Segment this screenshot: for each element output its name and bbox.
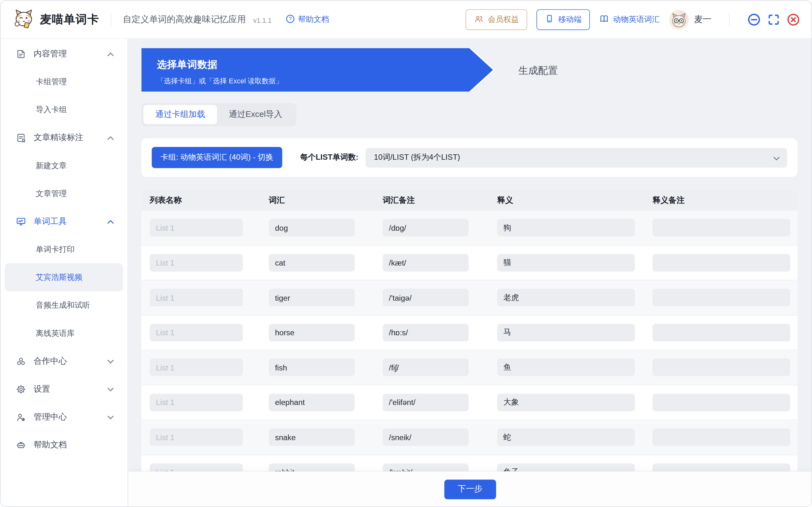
main-content: 选择单词数据 「选择卡组」或「选择 Excel 读取数据」 生成配置 通过卡组加… bbox=[129, 39, 811, 506]
tab-load-from-deck[interactable]: 通过卡组加载 bbox=[143, 105, 217, 124]
minimize-button[interactable] bbox=[747, 13, 761, 26]
list-name-input[interactable] bbox=[150, 394, 243, 411]
table-row bbox=[142, 315, 798, 350]
app-logo-cat-icon bbox=[13, 8, 35, 32]
word-note-input[interactable] bbox=[383, 219, 469, 237]
user-avatar bbox=[669, 9, 689, 29]
sidebar-item-flashcard-print[interactable]: 单词卡打印 bbox=[5, 235, 123, 263]
step1-subtitle: 「选择卡组」或「选择 Excel 读取数据」 bbox=[157, 77, 493, 86]
word-input[interactable] bbox=[269, 289, 355, 306]
fullscreen-button[interactable] bbox=[768, 13, 780, 26]
user-profile[interactable]: 麦一 bbox=[669, 9, 711, 29]
list-size-select[interactable]: 10词/LIST (拆为4个LIST) bbox=[366, 148, 787, 167]
next-step-button[interactable]: 下一步 bbox=[444, 480, 496, 499]
list-size-label: 每个LIST单词数: bbox=[300, 153, 358, 163]
list-name-input[interactable] bbox=[150, 254, 243, 272]
sidebar-item-ebbinghaus-video[interactable]: 艾宾浩斯视频 bbox=[5, 263, 123, 291]
sidebar-item-offline-english-library[interactable]: 离线英语库 bbox=[5, 319, 123, 347]
word-input[interactable] bbox=[269, 254, 355, 272]
sidebar-item-article-management[interactable]: 文章管理 bbox=[5, 180, 123, 208]
chevron-down-icon bbox=[107, 384, 114, 394]
tab-import-excel[interactable]: 通过Excel导入 bbox=[217, 105, 294, 124]
column-header: 词汇 bbox=[260, 195, 374, 206]
list-name-input[interactable] bbox=[150, 324, 243, 342]
sidebar-item-article-annotation[interactable]: 文章精读标注 bbox=[5, 124, 123, 152]
sidebar: 内容管理 卡组管理 导入卡组 文章精读标注 新建文章 文章管理 bbox=[1, 39, 128, 506]
list-name-input[interactable] bbox=[150, 289, 243, 306]
word-note-input[interactable] bbox=[383, 289, 469, 306]
column-header: 词汇备注 bbox=[374, 195, 489, 206]
sidebar-item-cooperation-center[interactable]: 合作中心 bbox=[5, 347, 123, 375]
word-input[interactable] bbox=[269, 219, 355, 237]
sidebar-item-import-deck[interactable]: 导入卡组 bbox=[5, 96, 123, 124]
meaning-input[interactable] bbox=[497, 394, 635, 411]
phone-icon bbox=[545, 14, 554, 25]
list-name-input[interactable] bbox=[150, 359, 243, 377]
table-row bbox=[142, 385, 798, 420]
table-header-row: 列表名称 词汇 词汇备注 释义 释义备注 bbox=[142, 190, 798, 210]
book-icon bbox=[599, 14, 609, 25]
robot-icon bbox=[15, 439, 26, 451]
sidebar-item-help-docs[interactable]: 帮助文档 bbox=[5, 431, 123, 459]
document-bookmark-icon bbox=[15, 132, 26, 143]
word-note-input[interactable] bbox=[383, 324, 469, 342]
word-input[interactable] bbox=[269, 429, 355, 446]
meaning-note-input[interactable] bbox=[653, 219, 790, 237]
list-name-input[interactable] bbox=[150, 429, 243, 446]
column-header: 列表名称 bbox=[142, 195, 261, 206]
meaning-input[interactable] bbox=[497, 254, 635, 272]
word-note-input[interactable] bbox=[383, 254, 469, 272]
app-subtitle: 自定义单词的高效趣味记忆应用 bbox=[123, 13, 246, 25]
step2-title: 生成配置 bbox=[518, 64, 558, 77]
word-input[interactable] bbox=[269, 359, 355, 377]
chevron-up-icon bbox=[107, 133, 114, 142]
sidebar-item-new-article[interactable]: 新建文章 bbox=[5, 152, 123, 179]
close-button[interactable] bbox=[786, 13, 800, 26]
deck-config-card: 卡组: 动物英语词汇 (40词) - 切换 每个LIST单词数: 10词/LIS… bbox=[142, 138, 798, 177]
list-name-input[interactable] bbox=[150, 219, 243, 237]
app-window: 麦喵单词卡 自定义单词的高效趣味记忆应用 v1.1.1 ? 帮助文档 会员权益 bbox=[0, 0, 812, 507]
meaning-note-input[interactable] bbox=[653, 324, 790, 342]
meaning-note-input[interactable] bbox=[653, 429, 790, 446]
chevron-up-icon bbox=[107, 49, 114, 58]
meaning-note-input[interactable] bbox=[653, 394, 790, 411]
member-benefits-button[interactable]: 会员权益 bbox=[466, 9, 527, 30]
mobile-app-button[interactable]: 移动端 bbox=[537, 9, 590, 30]
word-note-input[interactable] bbox=[383, 429, 469, 446]
gear-icon bbox=[15, 383, 26, 395]
column-header: 释义备注 bbox=[644, 195, 798, 206]
table-row bbox=[142, 350, 798, 385]
chevron-down-icon bbox=[773, 153, 780, 162]
bottom-action-bar: 下一步 bbox=[129, 471, 811, 506]
board-chart-icon bbox=[15, 216, 26, 227]
chevron-down-icon bbox=[107, 356, 114, 366]
sidebar-item-deck-management[interactable]: 卡组管理 bbox=[5, 68, 123, 96]
meaning-input[interactable] bbox=[497, 219, 635, 237]
user-name: 麦一 bbox=[694, 13, 712, 25]
controls-divider bbox=[729, 14, 730, 25]
meaning-input[interactable] bbox=[497, 324, 635, 342]
meaning-input[interactable] bbox=[497, 359, 635, 377]
meaning-note-input[interactable] bbox=[653, 289, 790, 306]
sidebar-item-settings[interactable]: 设置 bbox=[5, 375, 123, 403]
sidebar-item-content-management[interactable]: 内容管理 bbox=[5, 40, 123, 68]
current-deck-link[interactable]: 动物英语词汇 bbox=[599, 14, 660, 25]
screen: 麦喵单词卡 自定义单词的高效趣味记忆应用 v1.1.1 ? 帮助文档 会员权益 bbox=[0, 0, 812, 507]
user-badge-icon bbox=[15, 411, 26, 423]
word-input[interactable] bbox=[269, 394, 355, 411]
sidebar-item-word-tools[interactable]: 单词工具 bbox=[5, 208, 123, 235]
meaning-input[interactable] bbox=[497, 429, 635, 446]
word-input[interactable] bbox=[269, 324, 355, 342]
word-note-input[interactable] bbox=[383, 394, 469, 411]
help-doc-link[interactable]: ? 帮助文档 bbox=[286, 14, 329, 25]
header-divider bbox=[111, 13, 111, 26]
word-note-input[interactable] bbox=[383, 359, 469, 377]
meaning-note-input[interactable] bbox=[653, 254, 790, 272]
app-version: v1.1.1 bbox=[253, 16, 271, 24]
sidebar-item-admin-center[interactable]: 管理中心 bbox=[5, 403, 123, 431]
sidebar-item-audio-generation[interactable]: 音频生成和试听 bbox=[5, 291, 123, 319]
meaning-input[interactable] bbox=[497, 289, 635, 306]
meaning-note-input[interactable] bbox=[653, 359, 790, 377]
question-circle-icon: ? bbox=[286, 14, 295, 25]
switch-deck-button[interactable]: 卡组: 动物英语词汇 (40词) - 切换 bbox=[152, 147, 282, 168]
